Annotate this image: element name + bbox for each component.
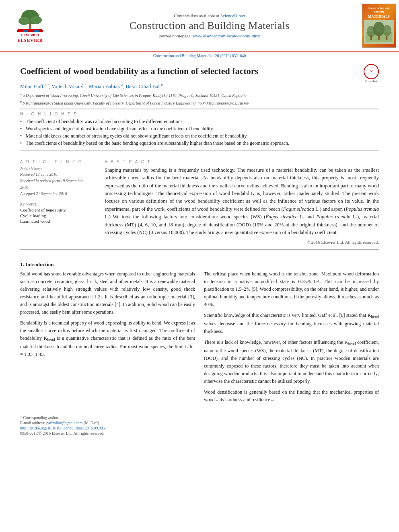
intro-para-4: Scientific knowledge of this characteris… — [204, 312, 379, 335]
keywords-section: Keywords: Coefficient of bendability Cyc… — [20, 202, 97, 224]
intro-title: 1. Introduction — [20, 261, 379, 268]
highlight-item: Material thickness and number of stressi… — [20, 133, 379, 139]
svg-rect-5 — [29, 23, 31, 29]
elsevier-logo: ELSEVIER ELSEVIER — [14, 9, 46, 43]
intro-col-left: Solid wood has some favorable advantages… — [20, 270, 195, 407]
affil-b: b b Kahramanmaraş Sütçü İmam University,… — [20, 100, 379, 106]
doi-link-inline[interactable]: Construction and Building Materials 126 … — [153, 53, 246, 58]
divider-2 — [20, 150, 379, 151]
journal-cover-area: Construction and Building MATERIALS — [359, 0, 399, 51]
accepted: Accepted 21 September 2016 — [20, 191, 97, 197]
divider-3 — [20, 249, 379, 250]
authors-line: Milan Gaff a,*, Vojtěch Vokatý a, Marian… — [20, 83, 379, 90]
issn-line: 0950-0618/© 2016 Elsevier Ltd. All right… — [20, 431, 379, 435]
abstract-text: Shaping materials by bending is a freque… — [105, 166, 379, 236]
svg-rect-8 — [29, 30, 33, 32]
footnote-area: * Corresponding author. E-mail address: … — [0, 412, 399, 437]
crossmark-label: CrossMark — [364, 80, 379, 83]
intro-col-right: The critical place when bending wood is … — [204, 270, 379, 407]
intro-para-1: Solid wood has some favorable advantages… — [20, 270, 195, 316]
journal-banner: ELSEVIER ELSEVIER Contents lis — [0, 0, 399, 52]
sciencedirect-line: Contents lists available at ScienceDirec… — [174, 13, 245, 18]
divider-1 — [20, 109, 379, 109]
svg-point-14 — [373, 22, 384, 36]
svg-text:ELSEVIER: ELSEVIER — [21, 33, 39, 37]
abstract-label: A B S T R A C T — [105, 160, 379, 164]
crossmark-circle: ✕ — [364, 64, 379, 79]
crossmark-badge: ✕ CrossMark — [364, 64, 379, 83]
journal-header-center: Contents lists available at ScienceDirec… — [60, 0, 359, 51]
highlight-item: The coefficient of bendability was calcu… — [20, 119, 379, 125]
cover-title: Construction and Building — [364, 6, 394, 14]
svg-rect-9 — [34, 30, 39, 32]
svg-point-3 — [19, 17, 30, 25]
article-info-abstract: A R T I C L E I N F O Article history: R… — [0, 160, 399, 244]
kw-1: Coefficient of bendability — [20, 207, 97, 212]
journal-title: Construction and Building Materials — [130, 20, 290, 32]
doi-footer: http://dx.doi.org/10.1016/j.conbuildmat.… — [20, 426, 379, 430]
corresponding-author: * Corresponding author. — [20, 415, 379, 420]
email-line: E-mail address: gaffmilan@gmail.com (M. … — [20, 421, 379, 425]
svg-rect-7 — [23, 30, 28, 32]
svg-rect-6 — [17, 30, 22, 32]
highlights-list: The coefficient of bendability was calcu… — [20, 119, 379, 146]
revised: Received in revised form 19 September201… — [20, 178, 97, 191]
elsevier-tree-icon: ELSEVIER — [14, 9, 46, 37]
homepage-link[interactable]: www.elsevier.com/locate/conbuildmat — [193, 33, 261, 38]
keywords-label: Keywords: — [20, 202, 97, 206]
highlight-item: Wood species and degree of densification… — [20, 126, 379, 132]
article-history: Article history: Received 13 June 2016 R… — [20, 166, 97, 197]
affil-a: a a Department of Wood Processing, Czech… — [20, 92, 379, 99]
received: Received 13 June 2016 — [20, 171, 97, 178]
email-link[interactable]: gaffmilan@gmail.com — [46, 421, 82, 425]
article-header: Coefficient of wood bendability as a fun… — [0, 59, 399, 160]
kw-2: Cyclic loading — [20, 213, 97, 218]
journal-homepage: journal homepage: www.elsevier.com/locat… — [158, 33, 260, 38]
copyright-line: © 2016 Elsevier Ltd. All rights reserved… — [105, 240, 379, 244]
intro-para-3: The critical place when bending wood is … — [204, 270, 379, 308]
abstract-column: A B S T R A C T Shaping materials by ben… — [105, 160, 379, 244]
svg-rect-18 — [386, 36, 387, 40]
svg-rect-16 — [370, 35, 372, 40]
cover-image — [364, 20, 394, 44]
sciencedirect-link[interactable]: ScienceDirect — [220, 13, 245, 18]
doi-footer-link[interactable]: http://dx.doi.org/10.1016/j.conbuildmat.… — [20, 426, 105, 430]
history-label: Article history: — [20, 166, 97, 170]
elsevier-label: ELSEVIER — [17, 38, 43, 43]
body-content: 1. Introduction Solid wood has some favo… — [0, 255, 399, 412]
intro-para-2: Bendability is a technical property of w… — [20, 319, 195, 358]
intro-para-6: Wood densification is generally based on… — [204, 388, 379, 404]
svg-point-4 — [31, 16, 42, 24]
cover-materials: MATERIALS — [368, 14, 390, 18]
intro-columns: Solid wood has some favorable advantages… — [20, 270, 379, 407]
svg-rect-10 — [40, 30, 43, 32]
highlights-label: H I G H L I G H T S — [20, 112, 379, 116]
article-info-label: A R T I C L E I N F O — [20, 160, 97, 164]
svg-rect-17 — [378, 35, 380, 40]
highlight-item: The coefficients of bendability based on… — [20, 140, 379, 146]
affiliations: a a Department of Wood Processing, Czech… — [20, 92, 379, 106]
kw-3: Laminated wood — [20, 219, 97, 224]
doi-line: Construction and Building Materials 126 … — [0, 52, 399, 59]
article-info-column: A R T I C L E I N F O Article history: R… — [20, 160, 97, 244]
article-title: Coefficient of wood bendability as a fun… — [20, 66, 360, 77]
elsevier-logo-area: ELSEVIER ELSEVIER — [0, 0, 60, 51]
page-wrapper: ELSEVIER ELSEVIER Contents lis — [0, 0, 399, 532]
svg-point-15 — [383, 25, 391, 36]
journal-cover: Construction and Building MATERIALS — [362, 4, 396, 48]
intro-para-5: There is a lack of knowledge, however, o… — [204, 339, 379, 385]
